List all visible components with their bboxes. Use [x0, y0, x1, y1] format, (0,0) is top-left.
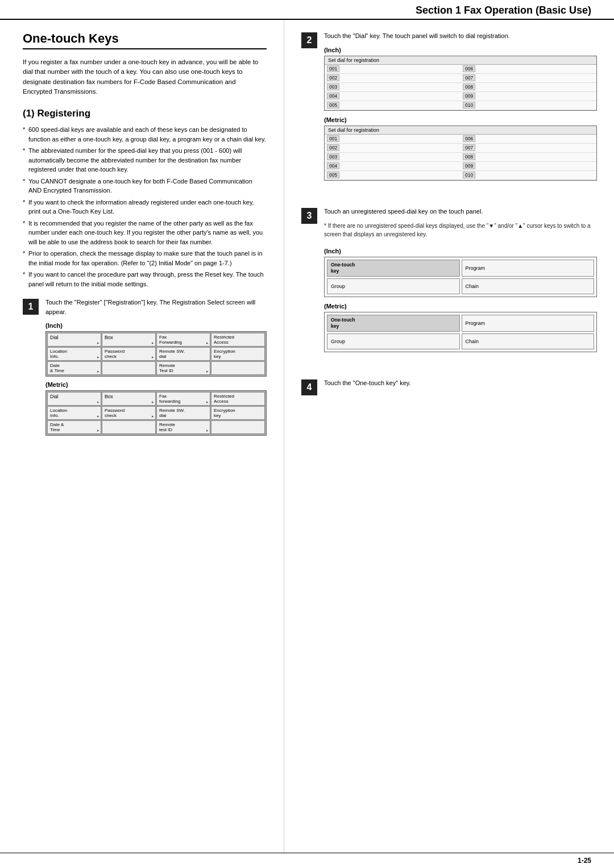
step2-inch-label: (Inch) — [324, 47, 597, 53]
step1-inch-screen: Dial▸ Box▸ FaxForwarding▸ RestrictedAcce… — [45, 331, 267, 377]
step-2-content: Touch the "Dial" key. The touch panel wi… — [324, 31, 597, 186]
onetouch-cell-program-metric[interactable]: Program — [462, 315, 595, 332]
dial-row-1-right[interactable]: 006 — [460, 65, 596, 74]
left-column: One-touch Keys If you register a fax num… — [0, 20, 284, 853]
page-number-area: 1-25 — [0, 853, 614, 868]
dial-row-m5-right[interactable]: 010 — [460, 171, 596, 180]
step2-metric-diallist: Set dial for registration 001 006 002 00… — [324, 126, 597, 181]
dial-row-m1-left[interactable]: 001 — [325, 135, 460, 144]
step-4-block: 4 Touch the "One-touch key" key. — [301, 378, 597, 395]
step1-metric-screen: Dial▸ Box▸ Faxforwarding▸ RestrictedAcce… — [45, 390, 267, 436]
reg-cell-location-metric[interactable]: LocationInfo.▸ — [47, 406, 101, 420]
list-item: You CANNOT designate a one-touch key for… — [23, 177, 267, 195]
header-title: Section 1 Fax Operation (Basic Use) — [416, 5, 591, 16]
dial-row-m2-left[interactable]: 002 — [325, 144, 460, 153]
onetouch-cell-chain-metric[interactable]: Chain — [462, 333, 595, 349]
step-1-content: Touch the "Register" ["Registration"] ke… — [45, 298, 267, 440]
onetouch-cell-group-metric[interactable]: Group — [327, 333, 460, 349]
dial-row-2-left[interactable]: 002 — [325, 74, 460, 83]
reg-cell-location-inch[interactable]: LocationInfo.▸ — [47, 347, 101, 361]
page-number: 1-25 — [578, 857, 591, 865]
onetouch-cell-group-inch[interactable]: Group — [327, 278, 460, 294]
dial-row-4-left[interactable]: 004 — [325, 92, 460, 101]
list-item: 600 speed-dial keys are available and ea… — [23, 125, 267, 144]
onetouch-cell-onetouch-metric[interactable]: One-touchkey — [327, 315, 460, 332]
list-item: If you want to check the information alr… — [23, 198, 267, 216]
dial-row-m3-right[interactable]: 008 — [460, 153, 596, 162]
main-content: One-touch Keys If you register a fax num… — [0, 20, 614, 853]
step2-metric-screen-title: Set dial for registration — [325, 126, 596, 135]
dial-row-2-right[interactable]: 007 — [460, 74, 596, 83]
reg-cell-password-metric[interactable]: Passwordcheck▸ — [102, 406, 156, 420]
subsection-title: (1) Registering — [23, 108, 267, 119]
dial-row-5-left[interactable]: 005 — [325, 101, 460, 110]
step-4-content: Touch the "One-touch key" key. — [324, 378, 597, 394]
reg-cell-faxfwd-metric[interactable]: Faxforwarding▸ — [156, 392, 210, 406]
step3-inch-grid: One-touchkey Program Group Chain — [327, 260, 594, 294]
step3-metric-label: (Metric) — [324, 303, 597, 310]
dial-row-m3-left[interactable]: 003 — [325, 153, 460, 162]
reg-cell-remote-metric[interactable]: Remotetest ID▸ — [156, 420, 210, 434]
step2-metric-label: (Metric) — [324, 116, 597, 123]
list-item: If you want to cancel the procedure part… — [23, 270, 267, 289]
dial-row-m4-left[interactable]: 004 — [325, 162, 460, 171]
reg-cell-dial-inch[interactable]: Dial▸ — [47, 333, 101, 347]
reg-cell-faxfwd-inch[interactable]: FaxForwarding▸ — [156, 333, 210, 347]
step-3-note: * If there are no unregistered speed-dia… — [324, 222, 597, 239]
reg-cell-box-inch[interactable]: Box▸ — [102, 333, 156, 347]
step3-inch-label: (Inch) — [324, 248, 597, 254]
right-column: 2 Touch the "Dial" key. The touch panel … — [284, 20, 614, 853]
list-item: The abbreviated number for the speed-dia… — [23, 146, 267, 174]
reg-cell-encryption-inch[interactable]: Encryptionkey — [211, 347, 265, 361]
reg-cell-date-inch[interactable]: Date& Time▸ — [47, 361, 101, 375]
dial-row-1-left[interactable]: 001 — [325, 65, 460, 74]
step-1-block: 1 Touch the "Register" ["Registration"] … — [23, 298, 267, 440]
reg-cell-restricted-metric[interactable]: RestrictedAccess — [211, 392, 265, 406]
step3-metric-grid: One-touchkey Program Group Chain — [327, 315, 594, 349]
step3-inch-screen: One-touchkey Program Group Chain — [324, 257, 597, 297]
onetouch-cell-chain-inch[interactable]: Chain — [462, 278, 595, 294]
reg-cell-remotesw-inch[interactable]: Remote SW.dial — [156, 347, 210, 361]
dial-row-4-right[interactable]: 009 — [460, 92, 596, 101]
step-2-number: 2 — [301, 32, 317, 48]
dial-row-m5-left[interactable]: 005 — [325, 171, 460, 180]
reg-cell-encryption-metric[interactable]: Encryptionkey — [211, 406, 265, 420]
reg-cell-dial-metric[interactable]: Dial▸ — [47, 392, 101, 406]
intro-text: If you register a fax number under a one… — [23, 57, 267, 97]
reg-cell-empty1-inch — [102, 361, 156, 375]
dial-row-5-right[interactable]: 010 — [460, 101, 596, 110]
step-2-block: 2 Touch the "Dial" key. The touch panel … — [301, 31, 597, 186]
dial-row-m2-right[interactable]: 007 — [460, 144, 596, 153]
dial-row-3-right[interactable]: 008 — [460, 83, 596, 92]
step-1-number: 1 — [23, 299, 39, 315]
step1-inch-grid: Dial▸ Box▸ FaxForwarding▸ RestrictedAcce… — [46, 332, 266, 376]
onetouch-cell-onetouch-inch[interactable]: One-touchkey — [327, 260, 460, 277]
bullet-list: 600 speed-dial keys are available and ea… — [23, 125, 267, 289]
reg-cell-restricted-inch[interactable]: RestrictedAccess — [211, 333, 265, 347]
step-3-desc: Touch an unregistered speed-dial key on … — [324, 207, 597, 216]
step2-inch-screen-title: Set dial for registration — [325, 56, 596, 65]
step1-metric-grid: Dial▸ Box▸ Faxforwarding▸ RestrictedAcce… — [46, 391, 266, 435]
step-1-desc: Touch the "Register" ["Registration"] ke… — [45, 298, 267, 316]
reg-cell-empty2-metric — [211, 420, 265, 434]
reg-cell-password-inch[interactable]: Passwordcheck▸ — [102, 347, 156, 361]
page: Section 1 Fax Operation (Basic Use) One-… — [0, 0, 614, 868]
step-3-content: Touch an unregistered speed-dial key on … — [324, 207, 597, 358]
list-item: Prior to operation, check the message di… — [23, 249, 267, 268]
dial-row-3-left[interactable]: 003 — [325, 83, 460, 92]
step3-metric-screen: One-touchkey Program Group Chain — [324, 312, 597, 352]
reg-cell-empty2-inch — [211, 361, 265, 375]
reg-cell-remote-inch[interactable]: RemoteTest ID▸ — [156, 361, 210, 375]
dial-row-m1-right[interactable]: 006 — [460, 135, 596, 144]
onetouch-cell-program-inch[interactable]: Program — [462, 260, 595, 277]
step1-inch-label: (Inch) — [45, 322, 267, 329]
step2-inch-rows: 001 006 002 007 003 008 004 009 005 010 — [325, 65, 596, 110]
step2-metric-rows: 001 006 002 007 003 008 004 009 005 010 — [325, 135, 596, 180]
page-section-title: One-touch Keys — [23, 31, 267, 49]
reg-cell-box-metric[interactable]: Box▸ — [102, 392, 156, 406]
dial-row-m4-right[interactable]: 009 — [460, 162, 596, 171]
reg-cell-remotesw-metric[interactable]: Remote SW.dial — [156, 406, 210, 420]
header: Section 1 Fax Operation (Basic Use) — [0, 0, 614, 20]
reg-cell-empty1-metric — [102, 420, 156, 434]
reg-cell-date-metric[interactable]: Date &Time▸ — [47, 420, 101, 434]
